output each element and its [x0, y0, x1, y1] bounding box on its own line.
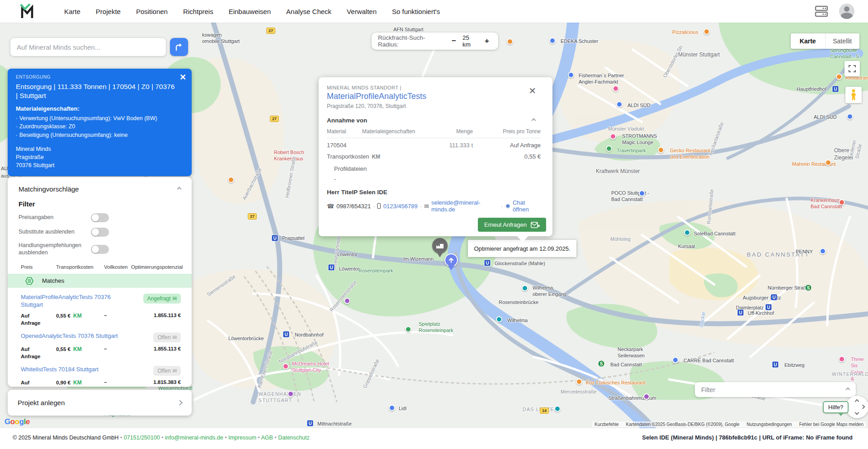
popup-mobile-link[interactable]: 0123/456789: [383, 203, 418, 210]
nav-item-analyse-check[interactable]: Analyse Check: [286, 8, 331, 15]
popup-transport-price: 0,55 €: [473, 153, 541, 160]
map-label: Bad Cannstatt: [610, 361, 642, 368]
filter-collapse-icon[interactable]: [846, 388, 850, 392]
match-title-link[interactable]: OpenedAnalyticTests 70376 Stuttgart: [21, 332, 118, 340]
nav-item-richtpreis[interactable]: Richtpreis: [183, 8, 213, 15]
footer-link[interactable]: AGB: [261, 435, 273, 441]
disposal-close-icon[interactable]: ✕: [179, 72, 186, 82]
poi-marker-blue[interactable]: [639, 190, 645, 196]
poi-marker-orange[interactable]: [576, 379, 582, 385]
match-title-link[interactable]: WhitelistTests 70184 Stuttgart: [21, 366, 99, 374]
poi-marker-orange[interactable]: [507, 38, 513, 45]
radius-increase-button[interactable]: +: [482, 37, 492, 46]
poi-marker-teal[interactable]: [522, 285, 528, 291]
pan-up-icon[interactable]: [855, 399, 859, 404]
google-logo[interactable]: Google: [5, 417, 30, 426]
footer-link[interactable]: info@mineral-minds.de: [165, 435, 223, 441]
nav-item-so-funktioniert-s[interactable]: So funktioniert's: [392, 8, 440, 15]
poi-marker-pink[interactable]: [839, 356, 845, 362]
pan-down-icon[interactable]: [855, 411, 859, 415]
matching-collapse-icon[interactable]: [177, 187, 182, 192]
poi-marker-blue[interactable]: [672, 357, 679, 363]
poi-marker-blue[interactable]: [568, 72, 574, 78]
popup-title-link[interactable]: MaterialProfileAnalyticTests: [327, 92, 541, 101]
poi-marker-blue[interactable]: [847, 113, 853, 120]
toggle-switch[interactable]: [91, 213, 109, 222]
poi-marker-orange[interactable]: [825, 159, 831, 166]
attribution-item[interactable]: Kurzbefehle: [594, 422, 618, 427]
ubahn-station-icon[interactable]: U: [307, 420, 314, 427]
poi-marker-pink[interactable]: [610, 133, 616, 140]
poi-marker-teal[interactable]: [554, 406, 561, 412]
street-view-pegman-button[interactable]: [845, 87, 862, 103]
sbahn-station-icon[interactable]: S: [598, 360, 605, 367]
ubahn-station-icon[interactable]: U: [832, 86, 839, 93]
poi-marker-purple[interactable]: [643, 393, 650, 400]
match-title-link[interactable]: MaterialProfileAnalyticTests 70376 Stutt…: [21, 294, 134, 309]
ubahn-station-icon[interactable]: U: [771, 294, 778, 301]
ubahn-station-icon[interactable]: U: [765, 304, 772, 311]
request-again-button[interactable]: Erneut Anfragen: [478, 218, 546, 232]
match-vollkosten: –: [104, 346, 131, 360]
poi-marker-orange[interactable]: [228, 177, 234, 183]
create-project-button[interactable]: Projekt anlegen: [8, 390, 192, 416]
server-list-icon[interactable]: [815, 5, 828, 17]
poi-marker-pink[interactable]: [283, 363, 289, 369]
poi-marker-blue[interactable]: [389, 405, 395, 411]
disposal-props-heading: Materialeigenschaften:: [16, 105, 184, 112]
poi-marker-green[interactable]: [606, 145, 612, 152]
search-directions-button[interactable]: [170, 38, 188, 56]
sbahn-station-icon[interactable]: S: [805, 285, 812, 291]
nav-item-projekte[interactable]: Projekte: [96, 8, 121, 15]
footer-link[interactable]: 07151/250100: [124, 435, 160, 441]
poi-marker-purple[interactable]: [344, 298, 350, 304]
map-label: Three Sis Salon &: [851, 356, 868, 382]
selected-location-pin[interactable]: [444, 253, 458, 270]
poi-marker-red[interactable]: [839, 199, 845, 206]
footer-link[interactable]: Datenschutz: [278, 435, 309, 441]
popup-close-icon[interactable]: ✕: [528, 86, 536, 95]
radius-decrease-button[interactable]: −: [449, 37, 459, 46]
search-input[interactable]: [10, 37, 166, 56]
attribution-item[interactable]: Nutzungsbedingungen: [747, 422, 792, 427]
nav-item-einbauweisen[interactable]: Einbauweisen: [229, 8, 271, 15]
popup-email-link[interactable]: selenide@mineral-minds.de: [431, 199, 499, 213]
attribution-item[interactable]: Fehler bei Google Maps melden: [799, 422, 863, 427]
map-filter-input[interactable]: [701, 386, 846, 393]
poi-marker-green[interactable]: [405, 326, 411, 332]
poi-marker-blue[interactable]: [820, 248, 826, 254]
ubahn-station-icon[interactable]: U: [328, 264, 335, 271]
popup-chat-link[interactable]: Chat öffnen: [513, 199, 541, 213]
map-type-map-button[interactable]: Karte: [791, 33, 826, 49]
poi-marker-blue[interactable]: [616, 101, 623, 108]
toggle-switch[interactable]: [91, 228, 109, 237]
nav-item-positionen[interactable]: Positionen: [136, 8, 168, 15]
footer-link[interactable]: Impressum: [228, 435, 256, 441]
user-avatar[interactable]: [839, 4, 854, 19]
poi-marker-pink[interactable]: [613, 85, 619, 92]
poi-marker-purple[interactable]: [288, 391, 294, 397]
popup-collapse-icon[interactable]: [532, 118, 536, 123]
poi-marker-orange[interactable]: [836, 74, 842, 80]
pan-control[interactable]: [846, 396, 868, 418]
mineral-minds-logo[interactable]: [19, 3, 36, 20]
ubahn-station-icon[interactable]: U: [772, 361, 779, 368]
poi-marker-teal[interactable]: [496, 316, 502, 323]
ubahn-station-icon[interactable]: U: [272, 235, 278, 242]
ubahn-station-icon[interactable]: U: [283, 331, 290, 338]
fullscreen-button[interactable]: [844, 61, 860, 76]
nav-item-verwalten[interactable]: Verwalten: [347, 8, 377, 15]
ubahn-station-icon[interactable]: U: [484, 260, 491, 267]
pan-right-icon[interactable]: [861, 405, 865, 409]
toggle-switch[interactable]: [91, 245, 109, 254]
poi-marker-teal[interactable]: [684, 229, 690, 236]
map-label: Wilhelma: [507, 317, 528, 323]
ubahn-station-icon[interactable]: U: [737, 309, 744, 316]
help-button[interactable]: Hilfe?: [823, 401, 849, 413]
poi-marker-orange[interactable]: [658, 147, 664, 153]
poi-marker-blue[interactable]: [549, 37, 556, 44]
map-type-satellite-button[interactable]: Satellit: [826, 33, 860, 49]
nav-item-karte[interactable]: Karte: [64, 8, 80, 15]
match-values: Auf Anfrage0,55 €KM–1.855.113 €: [21, 346, 181, 360]
poi-marker-orange[interactable]: [703, 28, 710, 35]
